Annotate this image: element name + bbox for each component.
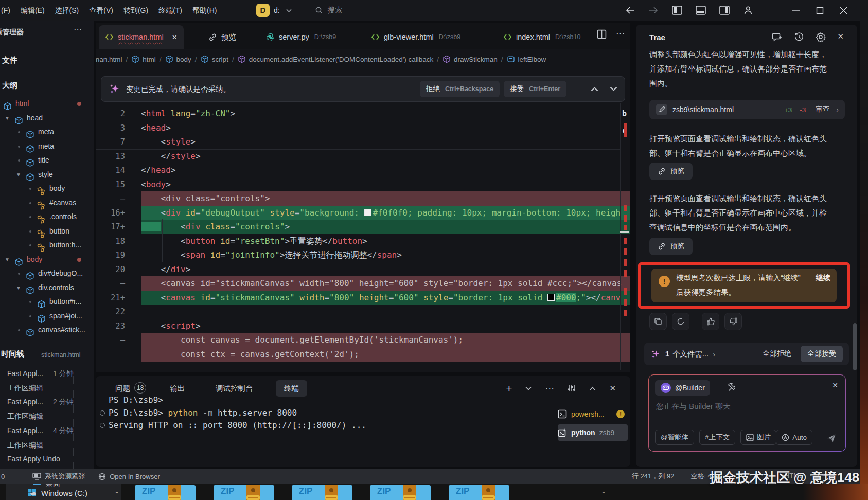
outline-section-header[interactable]: 大纲 (2, 81, 17, 91)
status-line-col[interactable]: 行 241，列 92 (632, 472, 674, 481)
outline-item-style[interactable]: ▼style (0, 168, 94, 182)
timeline-item[interactable]: 工作区编辑 (0, 438, 94, 452)
history-icon[interactable] (794, 32, 804, 42)
more-actions-icon[interactable]: ⋯ (616, 29, 625, 39)
terminal-session-python[interactable]: python zsb9 (558, 424, 628, 441)
timeline-item[interactable]: Fast Appl...2 分钟 (0, 395, 94, 409)
status-resources[interactable]: 系统资源紧张 (32, 472, 85, 481)
forward-icon[interactable] (648, 5, 659, 15)
breadcrumb-item-callback[interactable]: document.addEventListener('DOMContentLoa… (238, 55, 434, 63)
code-line[interactable]: 3<head> (96, 121, 630, 135)
outline-item-meta[interactable]: meta (0, 139, 94, 153)
code-line[interactable]: 19 <span id="jointInfo">选择关节进行拖动调整</span… (96, 248, 630, 262)
split-editor-icon[interactable] (597, 29, 607, 39)
outline-item-div#debugO...[interactable]: div#debugO... (0, 266, 94, 280)
outline-item-.controls[interactable]: .controls (0, 210, 94, 224)
menu-selection[interactable]: 选择(S) (50, 0, 84, 21)
breadcrumb-item-body[interactable]: body (165, 55, 191, 63)
code-line[interactable]: 13 </style> (96, 149, 630, 164)
tab-glb-viewer-html[interactable]: glb-viewer.html D:\zsb9 (365, 25, 467, 49)
code-line[interactable]: 15<body> (96, 177, 630, 192)
code-line[interactable]: 18 <button id="resetBtn">重置姿势</button> (96, 234, 630, 248)
tab-index-html[interactable]: index.html D:\zsb10 (497, 25, 587, 49)
previous-change-icon[interactable] (591, 86, 598, 92)
toggle-secondary-sidebar-icon[interactable] (719, 5, 730, 15)
outline-item-head[interactable]: ▼head (0, 111, 94, 125)
terminal-output[interactable]: PS D:\zsb9>PS D:\zsb9> python -m http.se… (109, 394, 366, 432)
settings-gear-icon[interactable] (816, 32, 826, 42)
tools-hammer-icon[interactable] (727, 382, 736, 391)
chat-scrollbar[interactable] (853, 323, 857, 370)
outline-item-buttonh...[interactable]: button:h... (0, 238, 94, 252)
outline-item-canvas#stick...[interactable]: canvas#stick... (0, 323, 94, 337)
tab-stickman-html[interactable]: stickman.html ✕ (99, 25, 184, 49)
status-counter[interactable]: 0 (1, 473, 5, 480)
code-line[interactable]: 20 </div> (96, 262, 630, 277)
status-spaces[interactable]: 空格: 4 (690, 472, 711, 481)
toggle-sidebar-icon[interactable] (672, 5, 682, 15)
breadcrumb-item-leftelbow[interactable]: leftElbow (507, 55, 546, 63)
explorer-item-windows-c[interactable]: Windows (C:) (28, 489, 87, 497)
code-line[interactable]: 14</head> (96, 163, 630, 177)
maximize-icon[interactable] (814, 5, 825, 15)
close-icon[interactable]: ✕ (832, 381, 838, 389)
chevron-down-icon[interactable] (286, 0, 292, 12)
search-input[interactable]: 搜索 (315, 4, 342, 17)
changed-file-card[interactable]: zsb9\stickman.html +3 -3 审查 › (649, 100, 845, 119)
outline-item-button#r...[interactable]: button#r... (0, 295, 94, 309)
chevron-right-icon[interactable]: › (713, 350, 715, 359)
panel-more-icon[interactable]: ⋯ (545, 383, 554, 394)
menu-terminal[interactable]: 终端(T) (153, 0, 187, 21)
terminal-dropdown-icon[interactable] (525, 386, 532, 390)
code-line[interactable]: 21+ <canvas id="stickmanCanvas" width="8… (96, 291, 630, 305)
reject-button[interactable]: 拒绝Ctrl+Backspace (420, 81, 500, 97)
back-icon[interactable] (625, 5, 635, 15)
next-change-icon[interactable] (610, 86, 617, 92)
chat-input-box[interactable]: @Builder ✕ 您正在与 Builder 聊天 @智能体 #上下文 图片 … (648, 374, 846, 452)
outline-item-div.controls[interactable]: ▼div.controls (0, 281, 94, 295)
timeline-item[interactable]: Fast Apply Undo (0, 452, 94, 466)
code-line[interactable]: 2<html lang="zh-CN"> (96, 106, 630, 121)
menu-view[interactable]: 查看(V) (84, 0, 118, 21)
preview-button[interactable]: 预览 (649, 163, 693, 180)
code-line[interactable]: 16+ <div id="debugOutput" style="backgro… (96, 206, 630, 220)
tab-preview[interactable]: 预览 (202, 25, 242, 49)
builder-agent-chip[interactable]: @Builder (655, 380, 710, 396)
code-editor[interactable]: 2<html lang="zh-CN">3<head>7 <style>13 <… (96, 102, 630, 372)
outline-item-meta[interactable]: meta (0, 125, 94, 139)
timeline-item[interactable]: Fast Appl...4 分钟 (0, 423, 94, 438)
zip-file-icon[interactable]: ZIP (370, 485, 431, 500)
preview-button[interactable]: 预览 (649, 238, 693, 255)
agent-button[interactable]: @智能体 (655, 430, 694, 445)
accept-button[interactable]: 接受Ctrl+Enter (504, 81, 566, 97)
context-button[interactable]: #上下文 (699, 430, 735, 445)
terminal-session-powershell[interactable]: powersh... ! (558, 406, 628, 422)
auto-mode-button[interactable]: Auto (776, 430, 812, 445)
regenerate-button[interactable] (672, 313, 689, 330)
image-button[interactable]: 图片 (740, 430, 776, 445)
code-line[interactable]: 23 <script> (96, 319, 630, 333)
code-line[interactable]: — const canvas = document.getElementById… (96, 333, 630, 347)
drive-label[interactable]: d: (274, 0, 280, 21)
account-icon[interactable] (743, 5, 753, 15)
menu-edit[interactable]: 编辑(E) (15, 0, 50, 21)
outline-item-title[interactable]: title (0, 153, 94, 167)
outline-item-button[interactable]: button (0, 224, 94, 238)
menu-help[interactable]: 帮助(H) (187, 0, 222, 21)
menu-file[interactable]: (F) (0, 0, 15, 21)
maximize-panel-icon[interactable] (589, 386, 596, 391)
explorer-more-icon[interactable]: ⋯ (74, 25, 82, 34)
tab-server-py[interactable]: server.py D:\zsb9 (260, 25, 342, 49)
files-section-header[interactable]: 文件 (2, 56, 17, 65)
new-terminal-icon[interactable]: + (506, 382, 512, 395)
breadcrumb-item-script[interactable]: script (201, 55, 228, 63)
review-link[interactable]: 审查 (816, 105, 829, 114)
close-panel-icon[interactable]: ✕ (837, 32, 844, 42)
thumbs-down-button[interactable] (724, 313, 742, 330)
code-line[interactable]: — <canvas id="stickmanCanvas" width="800… (96, 276, 630, 291)
thumbs-up-button[interactable] (702, 313, 719, 330)
drive-badge[interactable]: D (256, 4, 270, 17)
chevron-expand-icon[interactable]: ⌄ (601, 488, 606, 495)
code-line[interactable]: 7 <style> (96, 135, 630, 149)
send-icon[interactable] (826, 433, 837, 444)
